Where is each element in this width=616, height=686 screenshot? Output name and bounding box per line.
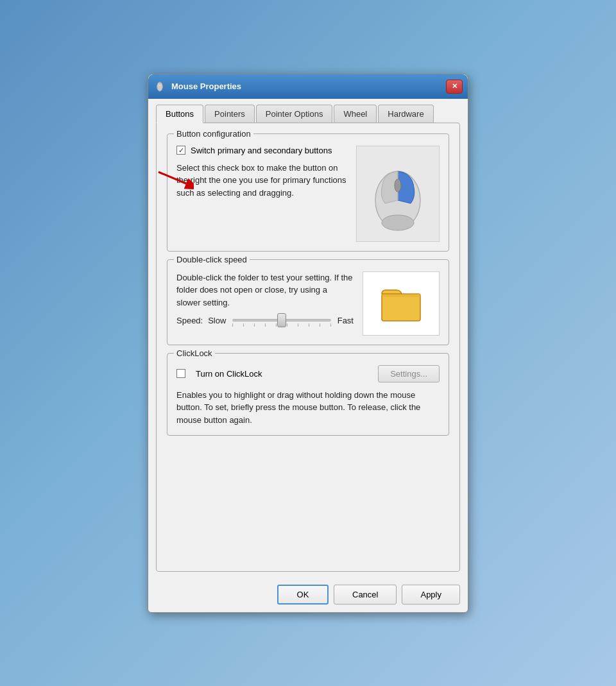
tick-7: [298, 323, 298, 327]
svg-rect-11: [382, 294, 420, 297]
clicklock-title: ClickLock: [174, 348, 215, 358]
tab-buttons[interactable]: Buttons: [156, 105, 203, 123]
speed-label: Speed:: [176, 316, 203, 325]
clicklock-label: Turn on ClickLock: [196, 369, 262, 379]
clicklock-body: Turn on ClickLock Settings... Enables yo…: [176, 365, 440, 427]
title-bar-title: Mouse Properties: [171, 81, 446, 91]
double-click-inner: Double-click the folder to test your set…: [176, 271, 440, 336]
dialog-body: Buttons Pointers Pointer Options Wheel H…: [148, 99, 468, 579]
button-config-description: Select this check box to make the button…: [176, 162, 350, 200]
tab-content-buttons: Button configuration Switch primary and …: [156, 123, 460, 572]
clicklock-left: Turn on ClickLock: [176, 369, 262, 379]
double-click-section: Double-click speed Double-click the fold…: [167, 259, 449, 345]
fast-label: Fast: [338, 316, 354, 325]
tick-1: [232, 323, 233, 327]
tab-pointers[interactable]: Pointers: [205, 105, 255, 123]
title-bar-icon: [153, 80, 166, 93]
ok-button[interactable]: OK: [277, 585, 329, 605]
slow-label: Slow: [208, 316, 226, 325]
speed-slider[interactable]: [232, 314, 330, 327]
tab-bar: Buttons Pointers Pointer Options Wheel H…: [156, 104, 460, 123]
apply-button[interactable]: Apply: [402, 585, 460, 605]
double-click-title: Double-click speed: [174, 255, 250, 264]
close-button[interactable]: ✕: [446, 80, 463, 94]
clicklock-description: Enables you to highlight or drag without…: [176, 389, 440, 427]
tick-3: [254, 323, 255, 327]
dialog-footer: OK Cancel Apply: [148, 579, 468, 612]
clicklock-checkbox[interactable]: [176, 369, 185, 378]
clicklock-row: Turn on ClickLock Settings...: [176, 365, 440, 382]
mouse-illustration: [356, 146, 440, 242]
tick-6: [287, 323, 287, 327]
clicklock-section: ClickLock Turn on ClickLock Settings... …: [167, 353, 449, 436]
switch-buttons-label: Switch primary and secondary buttons: [191, 146, 332, 155]
switch-buttons-checkbox[interactable]: [176, 146, 185, 155]
cancel-button[interactable]: Cancel: [334, 585, 397, 605]
button-config-title: Button configuration: [174, 129, 253, 139]
switch-buttons-row: Switch primary and secondary buttons: [176, 146, 350, 155]
button-config-inner: Switch primary and secondary buttons Sel…: [176, 146, 440, 242]
double-click-body: Double-click the folder to test your set…: [176, 271, 440, 336]
double-click-description: Double-click the folder to test your set…: [176, 271, 354, 309]
svg-rect-10: [382, 294, 420, 321]
tick-5: [276, 323, 277, 327]
slider-track-line: [232, 319, 330, 322]
tab-pointer-options[interactable]: Pointer Options: [256, 105, 333, 123]
slider-ticks: [232, 323, 330, 327]
settings-button[interactable]: Settings...: [378, 365, 440, 382]
svg-point-9: [382, 215, 414, 230]
button-config-body: Switch primary and secondary buttons Sel…: [176, 146, 440, 242]
tab-hardware[interactable]: Hardware: [378, 105, 433, 123]
button-config-left: Switch primary and secondary buttons Sel…: [176, 146, 356, 200]
tick-8: [309, 323, 309, 327]
folder-icon-area[interactable]: [363, 271, 440, 336]
slider-row: Speed: Slow: [176, 314, 354, 327]
tab-wheel[interactable]: Wheel: [334, 105, 377, 123]
red-arrow: [155, 167, 194, 194]
tick-2: [243, 323, 244, 327]
double-click-left: Double-click the folder to test your set…: [176, 271, 363, 327]
title-bar: Mouse Properties ✕: [148, 74, 468, 99]
tick-4: [265, 323, 266, 327]
mouse-properties-dialog: Mouse Properties ✕ Buttons Pointers Poin…: [148, 74, 468, 613]
svg-line-4: [158, 172, 186, 184]
tick-10: [330, 323, 331, 327]
tick-9: [320, 323, 320, 327]
button-config-section: Button configuration Switch primary and …: [167, 133, 449, 252]
